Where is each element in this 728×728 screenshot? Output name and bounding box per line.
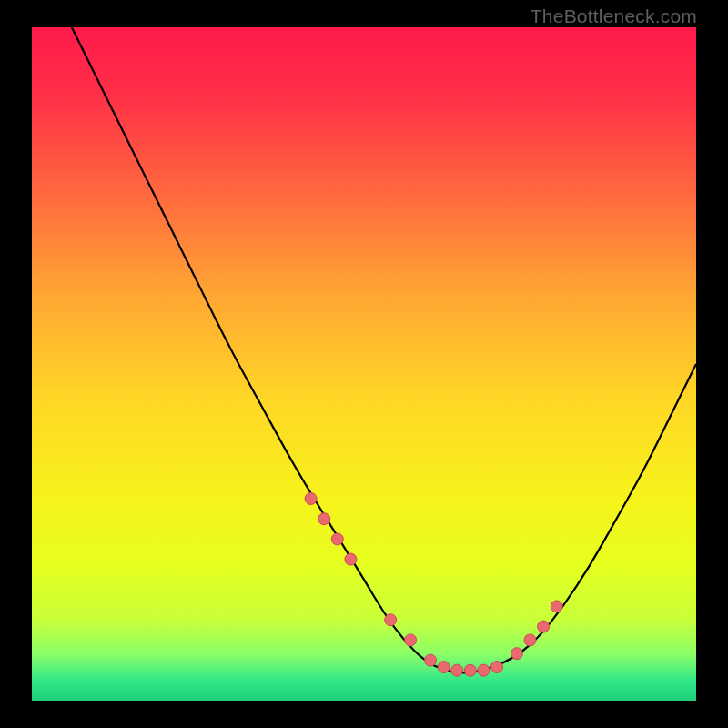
highlight-dot bbox=[425, 654, 437, 666]
chart-frame: TheBottleneck.com bbox=[0, 0, 728, 728]
bottleneck-curve bbox=[72, 27, 696, 672]
highlight-dot bbox=[464, 664, 476, 676]
highlight-dot bbox=[318, 513, 330, 525]
curve-layer bbox=[32, 27, 696, 701]
highlight-dot bbox=[331, 533, 343, 545]
highlight-dot bbox=[524, 634, 536, 646]
highlight-dot bbox=[451, 664, 463, 676]
highlight-dot bbox=[491, 662, 503, 673]
plot-area bbox=[32, 27, 696, 701]
highlight-dot bbox=[551, 601, 562, 612]
highlight-dot bbox=[405, 634, 417, 646]
highlight-dot bbox=[385, 614, 397, 626]
highlight-dot bbox=[438, 662, 450, 673]
highlight-dot bbox=[511, 648, 522, 660]
highlight-dot bbox=[478, 664, 490, 676]
highlight-dot bbox=[345, 553, 357, 565]
highlight-dot bbox=[305, 493, 317, 505]
highlight-dot bbox=[538, 621, 550, 632]
watermark-text: TheBottleneck.com bbox=[531, 5, 697, 27]
